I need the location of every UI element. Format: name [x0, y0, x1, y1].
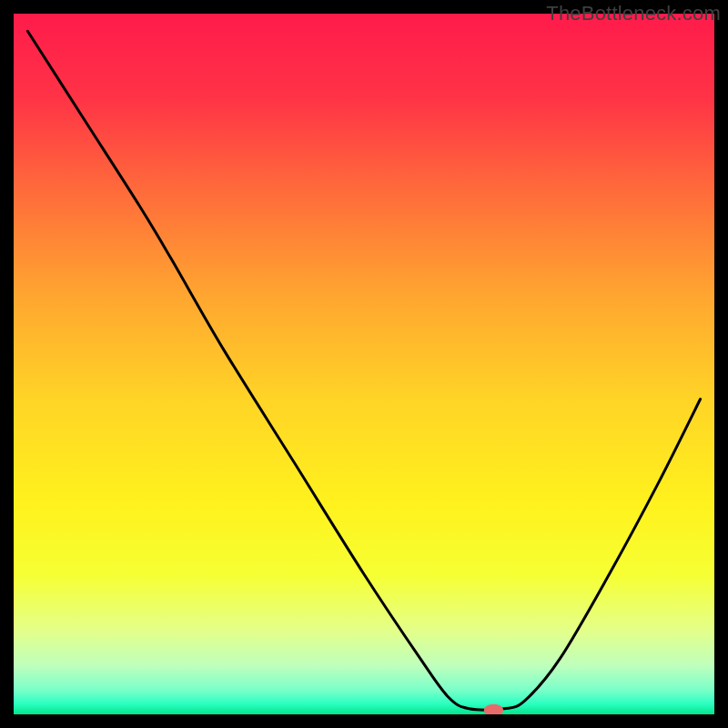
- gradient-background: [14, 14, 714, 714]
- selected-point-marker: [484, 704, 504, 716]
- watermark-label: TheBottleneck.com: [546, 2, 721, 25]
- chart-svg: [0, 0, 728, 728]
- bottleneck-chart: TheBottleneck.com: [0, 0, 728, 728]
- plot-area: [14, 14, 714, 716]
